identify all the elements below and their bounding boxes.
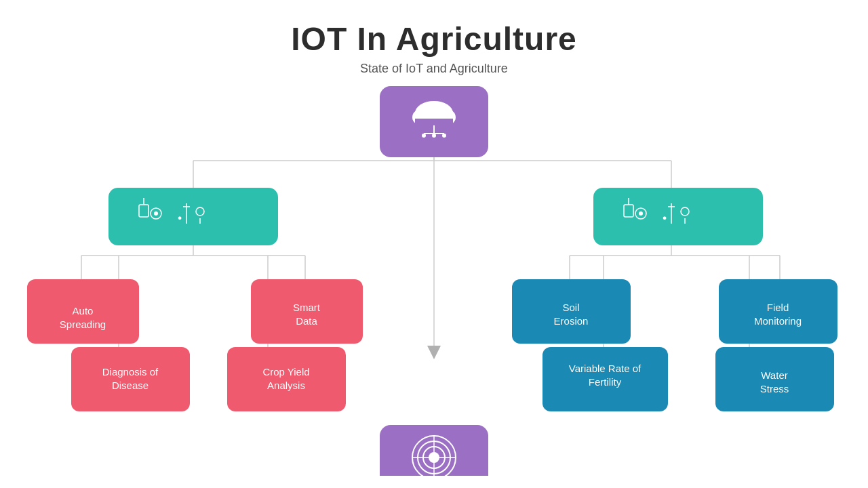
diagram-svg: ● ● Auto Spreading [0,83,868,476]
subtitle: State of IoT and Agriculture [291,62,577,76]
right-hub-node [593,188,763,245]
variable-rate-label2: Fertility [589,376,622,388]
crop-yield-label2: Analysis [267,380,305,391]
smart-data-label2: Data [296,315,317,327]
svg-point-26 [442,134,446,138]
svg-point-24 [422,134,426,138]
water-stress-label: Water [761,369,787,381]
auto-spreading-label: Auto [73,305,94,317]
svg-point-39 [639,211,643,216]
svg-text:●: ● [178,214,182,222]
main-title: IOT In Agriculture [291,20,577,58]
svg-point-25 [432,134,436,138]
svg-marker-17 [427,346,441,359]
water-stress-label2: Stress [760,383,789,394]
page-container: IOT In Agriculture State of IoT and Agri… [0,0,868,488]
field-monitoring-label: Field [767,302,789,313]
smart-data-label: Smart [293,302,321,313]
soil-erosion-label2: Erosion [554,315,589,327]
header: IOT In Agriculture State of IoT and Agri… [291,0,577,76]
auto-spreading-label2: Spreading [60,319,106,330]
field-monitoring-label2: Monitoring [754,315,802,327]
svg-point-30 [154,211,158,216]
variable-rate-label: Variable Rate of [569,363,642,374]
crop-yield-label: Crop Yield [262,366,309,378]
diagram-container: ● ● Auto Spreading [0,83,868,488]
left-hub-node [108,188,278,245]
svg-text:●: ● [663,214,667,222]
diagnosis-label: Diagnosis of [102,366,159,378]
soil-erosion-label: Soil [562,302,579,313]
diagnosis-label2: Disease [112,380,149,391]
